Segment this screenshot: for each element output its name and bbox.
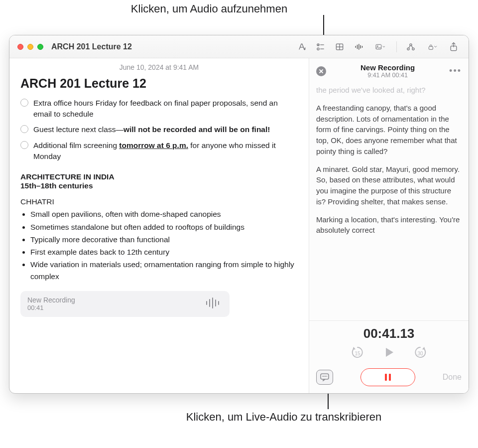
transcript-paragraph: A freestanding canopy, that's a good des… [316,103,462,157]
list-item: Wide variation in materials used; orname… [30,259,298,282]
recording-name: New Recording [27,296,75,304]
note-datestamp: June 10, 2024 at 9:41 AM [20,63,298,71]
note-title: ARCH 201 Lecture 12 [20,76,298,91]
leader-line-top [323,15,324,36]
checklist-item[interactable]: Additional film screening tomorrow at 6 … [20,140,298,161]
list-item: Sometimes standalone but often added to … [30,221,298,233]
done-button[interactable]: Done [443,373,462,382]
topic-label: CHHATRI [20,197,298,206]
link-button[interactable] [404,40,418,53]
svg-line-17 [409,45,410,48]
checkbox-icon[interactable] [20,141,28,149]
list-item: Small open pavilions, often with dome-sh… [30,208,298,220]
window-title: ARCH 201 Lecture 12 [51,42,132,51]
section-subheading: 15th–18th centuries [20,181,298,190]
skip-forward-label: 30 [417,351,423,356]
svg-rect-12 [376,44,381,49]
svg-line-18 [411,45,413,48]
share-button[interactable] [447,40,461,53]
lock-button[interactable] [423,40,442,53]
record-audio-button[interactable] [352,40,365,53]
audio-header: New Recording 9:41 AM 00:41 ••• [309,58,469,82]
checkbox-icon[interactable] [20,125,28,133]
titlebar: ARCH 201 Lecture 12 [9,35,469,58]
svg-point-2 [317,48,319,50]
window-controls [17,44,43,50]
callout-bottom: Klicken, um Live-Audio zu transkribieren [144,410,423,425]
checklist-text: Guest lecture next class—will not be rec… [33,124,270,135]
media-button[interactable] [370,40,389,53]
transcribe-button[interactable] [316,370,333,385]
svg-point-14 [410,43,412,45]
svg-point-13 [377,45,378,46]
list-item: First example dates back to 12th century [30,246,298,258]
transcript-paragraph: Marking a location, that's interesting. … [316,214,462,236]
checklist-button[interactable] [314,40,328,53]
checklist-text: Additional film screening tomorrow at 6 … [33,140,298,161]
minimize-window-button[interactable] [27,44,33,50]
note-pane[interactable]: June 10, 2024 at 9:41 AM ARCH 201 Lectur… [9,58,309,393]
pause-icon [385,374,391,381]
recording-duration: 00:41 [27,304,75,311]
recording-attachment[interactable]: New Recording 00:41 [20,291,230,317]
checklist-item[interactable]: Guest lecture next class—will not be rec… [20,124,298,135]
audio-controls: 00:41.13 15 30 [309,320,469,393]
checkbox-icon[interactable] [20,99,28,107]
notes-window: ARCH 201 Lecture 12 [9,35,469,394]
svg-rect-19 [429,46,433,49]
checklist-text: Extra office hours Friday for feedback o… [33,98,298,119]
svg-point-15 [407,48,409,50]
toolbar-divider [396,41,397,52]
skip-back-button[interactable]: 15 [351,345,364,361]
transcript-paragraph: A minaret. Gold star, Mayuri, good memor… [316,164,462,207]
format-button[interactable] [295,40,309,53]
transcript-line-faded: the period we've looked at, right? [316,85,462,96]
toolbar [295,40,461,53]
skip-back-label: 15 [355,351,360,356]
callout-top: Klicken, um Audio aufzunehmen [70,2,349,16]
close-audio-button[interactable] [316,66,326,76]
section-heading: ARCHITECTURE IN INDIA [20,172,298,181]
play-button[interactable] [382,346,395,361]
audio-pane: New Recording 9:41 AM 00:41 ••• the peri… [309,58,469,393]
skip-forward-button[interactable]: 30 [413,345,427,361]
audio-title: New Recording [326,63,449,72]
audio-subtitle: 9:41 AM 00:41 [326,72,449,79]
waveform-icon [205,296,223,312]
content-area: June 10, 2024 at 9:41 AM ARCH 201 Lectur… [9,58,469,393]
elapsed-time: 00:41.13 [316,326,462,341]
bullet-list: Small open pavilions, often with dome-sh… [30,208,298,282]
table-button[interactable] [333,40,347,53]
zoom-window-button[interactable] [37,44,43,50]
transcript-area[interactable]: the period we've looked at, right? A fre… [309,82,469,320]
checklist-item[interactable]: Extra office hours Friday for feedback o… [20,98,298,119]
close-window-button[interactable] [17,44,23,50]
svg-point-16 [412,48,414,50]
list-item: Typically more decorative than functiona… [30,234,298,245]
pause-recording-button[interactable] [360,368,415,386]
audio-more-button[interactable]: ••• [449,66,462,76]
